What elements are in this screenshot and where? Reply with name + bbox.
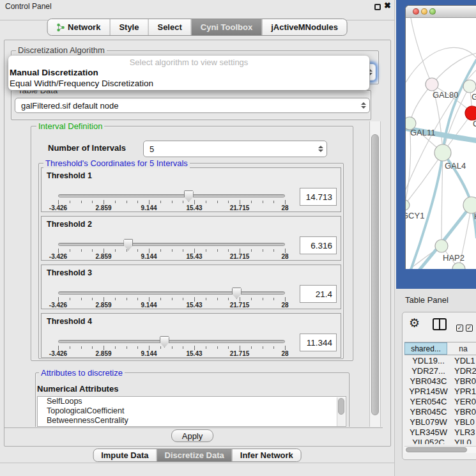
tab-select[interactable]: Select (148, 19, 190, 35)
scrollbar-thumb[interactable] (406, 447, 467, 452)
threshold-value-field[interactable]: 21.4 (300, 285, 337, 303)
settings-gear-icon[interactable]: ⚙ (409, 317, 420, 329)
tab-style[interactable]: Style (109, 19, 148, 35)
tab-impute-data[interactable]: Impute Data (93, 449, 156, 461)
threshold-slider[interactable] (58, 291, 285, 295)
table-row[interactable]: YBL079WYBL0 (404, 417, 476, 427)
table-panel: Table Panel ⚙ ✓ ✓ shared... na YDL19...Y… (395, 289, 476, 476)
control-panel-window: Control Panel ✖ Network Style Select Cyn… (0, 0, 395, 476)
network-canvas[interactable]: GAL80GCGAL11GAL4GCY1HHAP2 (406, 18, 476, 269)
attribute-list-item[interactable]: SelfLoops (38, 397, 346, 406)
table-row[interactable]: YPR145WYPR1 (404, 386, 476, 396)
table-row[interactable]: YIL052CYIL0 (404, 437, 476, 444)
table-header-row: shared... na (404, 342, 476, 355)
slider-scale: -3.4262.8599.14415.4321.71528 (58, 253, 285, 260)
tick-label: 2.859 (95, 253, 111, 260)
table-row[interactable]: YBR043CYBR0 (404, 376, 476, 386)
zoom-traffic-icon[interactable] (429, 8, 436, 15)
network-node[interactable] (465, 106, 476, 120)
tick-label: -3.426 (49, 253, 67, 260)
scrollbar-thumb[interactable] (371, 134, 379, 415)
table-data-value: galFiltered.sif default node (15, 101, 358, 111)
tick-label: 9.144 (141, 253, 157, 260)
threshold-2-panel: Threshold 2 -3.4262.8599.14415.4321.7152… (41, 216, 341, 261)
threshold-label: Threshold 1 (47, 171, 92, 180)
window-title: Control Panel (5, 2, 52, 11)
panel-scrollbar[interactable] (369, 121, 381, 427)
tick-label: 28 (281, 204, 288, 211)
tick-label: 21.715 (230, 204, 250, 211)
tab-discretize-data[interactable]: Discretize Data (157, 449, 232, 461)
tick-label: 15.43 (186, 253, 202, 260)
float-window-icon[interactable] (374, 4, 381, 10)
tick-label: 28 (281, 302, 288, 309)
split-columns-icon[interactable] (433, 318, 447, 330)
tab-jactivemnodules[interactable]: jActiveMNodules (261, 19, 347, 35)
threshold-slider[interactable] (58, 194, 285, 197)
tick-label: -3.426 (49, 302, 67, 309)
network-node[interactable] (452, 263, 465, 269)
tick-label: 9.144 (141, 350, 157, 357)
table-data-combo[interactable]: galFiltered.sif default node (15, 98, 370, 113)
tick-label: -3.426 (49, 204, 67, 211)
tab-label: Impute Data (101, 450, 148, 460)
node-label: GAL4 (445, 161, 466, 171)
node-label: GAL11 (410, 128, 436, 137)
scrollbar-thumb[interactable] (338, 398, 344, 415)
tick-label: 2.859 (95, 302, 111, 309)
network-node[interactable] (463, 80, 476, 93)
column-header-shared[interactable]: shared... (404, 342, 447, 355)
threshold-1-panel: Threshold 1 -3.4262.8599.14415.4321.7152… (41, 167, 341, 212)
table-row[interactable]: YDL19...YDL1 (404, 355, 476, 365)
column-header-name[interactable]: na (447, 342, 476, 355)
close-icon[interactable]: ✖ (384, 1, 391, 10)
threshold-value-field[interactable]: 6.316 (300, 236, 337, 254)
network-node[interactable] (426, 78, 438, 91)
combo-arrows-icon (315, 146, 326, 152)
network-node[interactable] (435, 240, 448, 252)
tab-label: jActiveMNodules (271, 22, 338, 32)
close-traffic-icon[interactable] (413, 8, 419, 15)
number-of-intervals-label: Number of Intervals (48, 143, 126, 153)
tick-label: 9.144 (141, 302, 157, 309)
network-icon (56, 23, 65, 32)
dropdown-item-equal-width[interactable]: Equal Width/Frequency Discretization (10, 79, 153, 88)
threshold-slider[interactable] (58, 243, 285, 246)
discretization-algorithm-title: Discretization Algorithm (16, 45, 107, 55)
number-of-intervals-combo[interactable]: 5 (143, 141, 327, 157)
threshold-value-field[interactable]: 11.344 (300, 334, 337, 351)
network-window-titlebar[interactable] (406, 6, 476, 18)
tab-label: Style (119, 22, 139, 32)
apply-button[interactable]: Apply (171, 429, 213, 442)
table-horizontal-scrollbar[interactable] (404, 446, 476, 453)
dropdown-item-manual[interactable]: Manual Discretization (10, 68, 98, 77)
thresholds-group-title: Threshold's Coordinates for 5 Intervals (43, 158, 190, 168)
node-label: G (472, 92, 476, 102)
list-scrollbar[interactable] (337, 397, 345, 427)
network-node[interactable] (434, 144, 451, 161)
dropdown-placeholder: Select algorithm to view settings (8, 58, 369, 67)
numerical-attributes-list[interactable]: SelfLoopsTopologicalCoefficientBetweenne… (37, 396, 346, 427)
attribute-list-item[interactable]: BetweennessCentrality (38, 416, 346, 426)
attribute-list-item[interactable]: TopologicalCoefficient (38, 406, 346, 416)
tab-network[interactable]: Network (47, 19, 109, 35)
tick-label: 21.715 (230, 302, 250, 309)
checkbox-icon[interactable]: ✓ (456, 325, 463, 332)
checkbox-icon[interactable]: ✓ (466, 325, 473, 332)
threshold-slider[interactable] (58, 340, 285, 343)
threshold-4-panel: Threshold 4 -3.4262.8599.14415.4321.7152… (41, 313, 341, 358)
tab-infer-network[interactable]: Infer Network (232, 449, 301, 461)
minimize-traffic-icon[interactable] (421, 8, 427, 15)
bottom-tab-bar: Impute Data Discretize Data Infer Networ… (93, 449, 302, 462)
interval-definition-title: Interval Definition (36, 121, 104, 131)
tab-label: Select (157, 22, 181, 32)
threshold-label: Threshold 2 (47, 220, 92, 229)
table-row[interactable]: YBR045CYBR0 (404, 406, 476, 417)
table-row[interactable]: YER054CYER0 (404, 396, 476, 406)
network-node[interactable] (406, 200, 410, 210)
table-row[interactable]: YLR345WYLR3 (404, 427, 476, 437)
tab-label: Infer Network (240, 450, 293, 460)
threshold-value-field[interactable]: 14.713 (300, 188, 337, 206)
tab-cyni-toolbox[interactable]: Cyni Toolbox (191, 19, 261, 35)
table-row[interactable]: YDR27...YDR2 (404, 365, 476, 376)
